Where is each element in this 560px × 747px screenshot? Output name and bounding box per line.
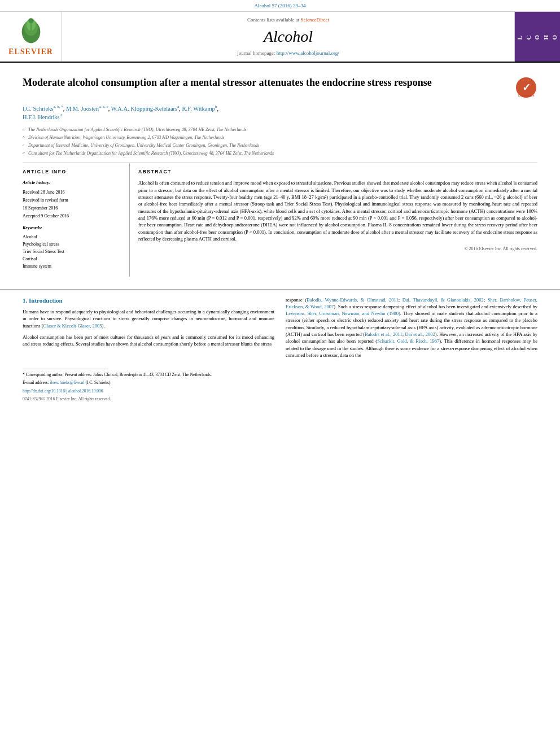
elsevier-wordmark: ELSEVIER bbox=[8, 46, 53, 58]
article-title: Moderate alcohol consumption after a men… bbox=[23, 76, 509, 89]
intro-para-3: response (Balodis, Wynne-Edwards, & Olms… bbox=[286, 296, 537, 359]
affiliation-a: a The Netherlands Organization for Appli… bbox=[23, 126, 537, 133]
issn-text: 0741-8329/© 2016 Elsevier Inc. All right… bbox=[23, 396, 537, 403]
article-info-abstract: Article Info Article history: Received 2… bbox=[23, 163, 537, 277]
history-label: Article history: bbox=[23, 180, 121, 186]
journal-title-area: Contents lists available at ScienceDirec… bbox=[62, 12, 515, 62]
keyword-3: Trier Social Stress Test bbox=[23, 248, 121, 255]
balodis-link[interactable]: Balodis, Wynne-Edwards, & Olmstead, 2011 bbox=[307, 297, 399, 303]
svg-text:✓: ✓ bbox=[522, 82, 531, 93]
crossmark-icon: ✓ CrossMark bbox=[515, 76, 537, 99]
history-item-2: Received in revised form bbox=[23, 197, 121, 203]
keywords-label: Keywords: bbox=[23, 225, 121, 231]
affiliation-c: c Department of Internal Medicine, Unive… bbox=[23, 142, 537, 149]
author-1: I.C. Schrieks bbox=[23, 106, 54, 112]
journal-url[interactable]: http://www.alcoholjournal.org/ bbox=[277, 50, 339, 56]
svg-point-4 bbox=[28, 18, 33, 23]
affiliations: a The Netherlands Organization for Appli… bbox=[23, 126, 537, 157]
keyword-2: Psychological stress bbox=[23, 241, 121, 247]
authors-line: I.C. Schrieksa, b, *, M.M. Joostena, b, … bbox=[23, 104, 537, 121]
history-item-1: Received 28 June 2016 bbox=[23, 189, 121, 195]
page: Alcohol 57 (2016) 29–34 ELSEVIER bbox=[0, 0, 560, 747]
keyword-1: Alcohol bbox=[23, 234, 121, 240]
author-4: R.F. Witkamp bbox=[182, 106, 215, 112]
footnote-separator bbox=[23, 369, 107, 369]
history-item-3: 16 September 2016 bbox=[23, 205, 121, 211]
title-area: Moderate alcohol consumption after a men… bbox=[23, 76, 537, 99]
author-5: H.F.J. Hendriks bbox=[23, 114, 60, 120]
journal-header: ELSEVIER Contents lists available at Sci… bbox=[0, 12, 560, 63]
journal-homepage: journal homepage: http://www.alcoholjour… bbox=[237, 50, 339, 57]
intro-para-1: Humans have to respond adequately to phy… bbox=[23, 308, 274, 329]
article-info-col: Article Info Article history: Received 2… bbox=[23, 163, 130, 277]
contents-label: Contents lists available at ScienceDirec… bbox=[247, 16, 329, 24]
schuckit-link[interactable]: Schuckit, Gold, & Risch, 1987 bbox=[377, 338, 439, 344]
elsevier-tree-icon bbox=[14, 16, 48, 45]
email-line: E-mail address: ilseschrieks@live.nl (I.… bbox=[23, 380, 537, 386]
author-2: M.M. Joosten bbox=[66, 106, 99, 112]
corresponding-note: * Corresponding author. Present address:… bbox=[23, 372, 537, 378]
sciencedirect-link[interactable]: ScienceDirect bbox=[301, 17, 329, 23]
affiliation-b: b Division of Human Nutrition, Wageninge… bbox=[23, 134, 537, 141]
journal-abbreviation: ALCOHOL bbox=[507, 33, 560, 40]
history-item-4: Accepted 9 October 2016 bbox=[23, 213, 121, 219]
introduction-section: 1. Introduction Humans have to respond a… bbox=[0, 296, 560, 364]
balodis2-link[interactable]: Balodis et al., 2011 bbox=[365, 331, 403, 337]
article-info-label: Article Info bbox=[23, 169, 121, 176]
svg-text:CrossMark: CrossMark bbox=[518, 94, 535, 97]
doi-link[interactable]: http://dx.doi.org/10.1016/j.alcohol.2016… bbox=[23, 388, 537, 395]
intro-title: 1. Introduction bbox=[23, 296, 274, 305]
dai-link[interactable]: Dai, Thavundayil, & Gianoulakis, 2002 bbox=[403, 297, 484, 303]
abstract-text: Alcohol is often consumed to reduce tens… bbox=[138, 180, 537, 242]
journal-name: Alcohol bbox=[264, 25, 313, 47]
intro-para-2: Alcohol consumption has been part of mos… bbox=[23, 334, 274, 348]
section-separator bbox=[0, 289, 560, 290]
elsevier-logo-container: ELSEVIER bbox=[0, 12, 62, 62]
intro-right-col: response (Balodis, Wynne-Edwards, & Olms… bbox=[286, 296, 537, 364]
affiliation-d: d Consultant for The Netherlands Organiz… bbox=[23, 150, 537, 157]
dai2-link[interactable]: Dai et al., 2002 bbox=[405, 331, 435, 337]
abstract-label: Abstract bbox=[138, 169, 537, 176]
author-3: W.A.A. Klöpping-Ketelaars bbox=[111, 106, 177, 112]
keyword-4: Cortisol bbox=[23, 256, 121, 262]
abstract-copyright: © 2016 Elsevier Inc. All rights reserved… bbox=[138, 246, 537, 252]
intro-left-col: 1. Introduction Humans have to respond a… bbox=[23, 296, 274, 364]
footer: * Corresponding author. Present address:… bbox=[0, 369, 560, 402]
main-content: Moderate alcohol consumption after a men… bbox=[0, 63, 560, 282]
journal-citation: Alcohol 57 (2016) 29–34 bbox=[0, 0, 560, 12]
email-link[interactable]: ilseschrieks@live.nl bbox=[50, 380, 85, 385]
keyword-5: Immune system bbox=[23, 263, 121, 269]
elsevier-logo: ELSEVIER bbox=[8, 16, 53, 58]
levenson-link[interactable]: Levenson, Sher, Grossman, Newman, and Ne… bbox=[286, 311, 400, 316]
glaser-link[interactable]: Glaser & Kiecolt-Glaser, 2005 bbox=[43, 323, 102, 329]
journal-logo-right: ALCOHOL bbox=[515, 12, 560, 62]
abstract-col: Abstract Alcohol is often consumed to re… bbox=[130, 163, 537, 277]
